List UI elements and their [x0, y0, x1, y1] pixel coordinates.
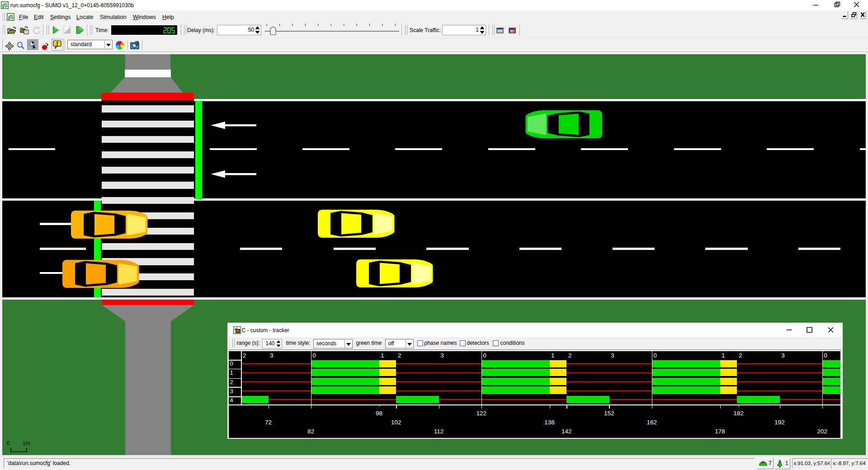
svg-text:?: ?	[45, 42, 49, 49]
svg-text:3D: 3D	[510, 29, 515, 33]
